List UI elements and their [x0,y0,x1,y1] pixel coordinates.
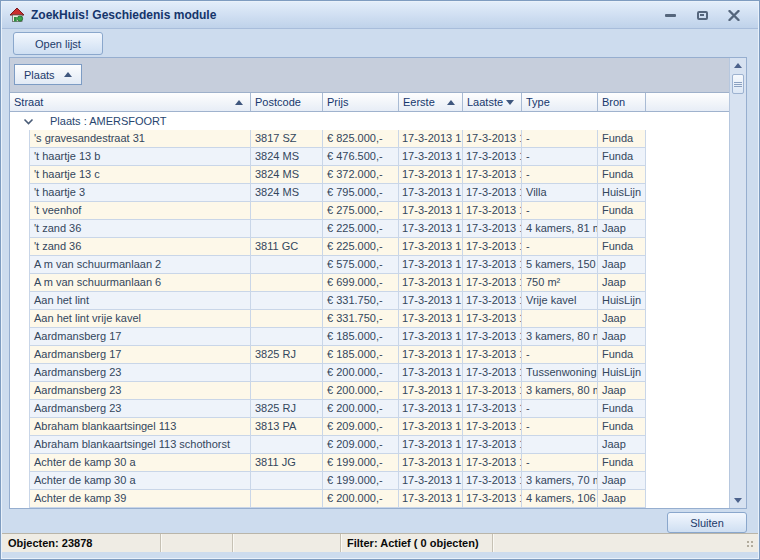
statusbar: Objecten: 23878 Filter: Actief ( 0 objec… [2,533,758,552]
table-row[interactable]: Aardmansberg 23€ 200.000,-17-3-2013 117-… [10,382,729,400]
minimize-button[interactable] [660,7,680,23]
table-row[interactable]: Aan het lint vrije kavel€ 331.750,-17-3-… [10,310,729,328]
cell-prijs: € 825.000,- [323,130,399,148]
maximize-button[interactable] [692,7,712,23]
cell-laatste: 17-3-2013 1 [463,472,522,490]
cell-type: - [522,238,598,256]
minimize-icon [665,14,676,17]
cell-straat: 't zand 36 [30,238,251,256]
column-header-postcode[interactable]: Postcode [251,93,323,111]
table-row[interactable]: 't haartje 13 c3824 MS€ 372.000,-17-3-20… [10,166,729,184]
status-filter: Filter: Actief ( 0 objecten) [341,534,493,552]
table-row[interactable]: Achter de kamp 30 a€ 199.000,-17-3-2013 … [10,472,729,490]
column-header-type[interactable]: Type [522,93,598,111]
column-header-filler [646,93,729,111]
cell-eerste: 17-3-2013 1 [399,490,463,508]
cell-type: Villa [522,184,598,202]
table-row[interactable]: Aardmansberg 173825 RJ€ 185.000,-17-3-20… [10,346,729,364]
cell-eerste: 17-3-2013 1 [399,328,463,346]
column-label: Type [526,96,550,108]
cell-postcode [251,436,323,454]
row-indent [10,382,30,400]
collapse-chevron-icon[interactable] [23,118,34,125]
table-row[interactable]: 't haartje 33824 MS€ 795.000,-17-3-2013 … [10,184,729,202]
cell-prijs: € 225.000,- [323,220,399,238]
resize-grip[interactable] [747,541,755,549]
table-body: Plaats : AMERSFOORT 's gravesandestraat … [10,112,729,508]
table-row[interactable]: Achter de kamp 30 a3811 JG€ 199.000,-17-… [10,454,729,472]
table-row[interactable]: Aardmansberg 233825 RJ€ 200.000,-17-3-20… [10,400,729,418]
table-row[interactable]: Aardmansberg 23€ 200.000,-17-3-2013 117-… [10,364,729,382]
column-header-laatste[interactable]: Laatste [463,93,522,111]
cell-eerste: 17-3-2013 1 [399,400,463,418]
table-row[interactable]: Aan het lint€ 331.750,-17-3-2013 117-3-2… [10,292,729,310]
cell-type: Tussenwoning [522,364,598,382]
cell-straat: 't haartje 3 [30,184,251,202]
column-header-eerste[interactable]: Eerste [399,93,463,111]
column-header-prijs[interactable]: Prijs [323,93,399,111]
table-row[interactable]: Abraham blankaartsingel 113 schothorst€ … [10,436,729,454]
cell-eerste: 17-3-2013 1 [399,382,463,400]
scroll-up-button[interactable] [730,58,746,73]
close-button[interactable] [724,7,744,23]
cell-straat: Abraham blankaartsingel 113 [30,418,251,436]
scroll-down-button[interactable] [730,493,746,508]
table-header: Straat Postcode Prijs Eerste Laatste Typ… [10,93,729,112]
cell-straat: 's gravesandestraat 31 [30,130,251,148]
vertical-scrollbar[interactable] [729,58,746,508]
cell-laatste: 17-3-2013 1 [463,364,522,382]
group-field-chip-plaats[interactable]: Plaats [14,64,82,85]
row-filler [646,148,729,166]
column-header-bron[interactable]: Bron [598,93,646,111]
cell-laatste: 17-3-2013 1 [463,310,522,328]
cell-eerste: 17-3-2013 1 [399,238,463,256]
scrollbar-thumb[interactable] [732,74,744,94]
group-field-label: Plaats [24,69,55,81]
cell-laatste: 17-3-2013 1 [463,148,522,166]
cell-prijs: € 275.000,- [323,202,399,220]
window-title: ZoekHuis! Geschiedenis module [31,8,216,22]
cell-laatste: 17-3-2013 1 [463,238,522,256]
cell-prijs: € 200.000,- [323,400,399,418]
open-list-button[interactable]: Open lijst [13,32,103,55]
row-filler [646,400,729,418]
cell-postcode [251,382,323,400]
row-filler [646,346,729,364]
table-row[interactable]: A m van schuurmanlaan 2€ 575.000,-17-3-2… [10,256,729,274]
cell-type: 3 kamers, 80 m [522,382,598,400]
cell-laatste: 17-3-2013 1 [463,220,522,238]
sort-asc-icon [64,72,72,77]
cell-laatste: 17-3-2013 1 [463,166,522,184]
titlebar[interactable]: ZoekHuis! Geschiedenis module [2,2,758,29]
cell-straat: A m van schuurmanlaan 6 [30,274,251,292]
row-filler [646,220,729,238]
row-filler [646,436,729,454]
cell-laatste: 17-3-2013 1 [463,400,522,418]
row-indent [10,148,30,166]
group-row-amersfoort[interactable]: Plaats : AMERSFOORT [10,112,729,130]
table-row[interactable]: 't veenhof€ 275.000,-17-3-2013 117-3-201… [10,202,729,220]
sluiten-button[interactable]: Sluiten [667,512,747,533]
cell-eerste: 17-3-2013 1 [399,274,463,292]
table-row[interactable]: 't zand 36€ 225.000,-17-3-2013 117-3-201… [10,220,729,238]
table-row[interactable]: A m van schuurmanlaan 6€ 699.000,-17-3-2… [10,274,729,292]
cell-prijs: € 372.000,- [323,166,399,184]
cell-prijs: € 795.000,- [323,184,399,202]
cell-straat: 't zand 36 [30,220,251,238]
table-row[interactable]: 't zand 363811 GC€ 225.000,-17-3-2013 11… [10,238,729,256]
column-header-straat[interactable]: Straat [10,93,251,111]
cell-straat: Aardmansberg 17 [30,328,251,346]
row-indent [10,274,30,292]
row-filler [646,310,729,328]
table-row[interactable]: Aardmansberg 17€ 185.000,-17-3-2013 117-… [10,328,729,346]
table-row[interactable]: 't haartje 13 b3824 MS€ 476.500,-17-3-20… [10,148,729,166]
cell-type [522,310,598,328]
table-row[interactable]: Abraham blankaartsingel 1133813 PA€ 209.… [10,418,729,436]
table-row[interactable]: 's gravesandestraat 313817 SZ€ 825.000,-… [10,130,729,148]
cell-straat: Achter de kamp 30 a [30,472,251,490]
cell-laatste: 17-3-2013 1 [463,490,522,508]
table-row[interactable]: Achter de kamp 39€ 200.000,-17-3-2013 11… [10,490,729,508]
sort-asc-icon [447,100,455,105]
cell-bron: Jaap [598,382,646,400]
group-row-label: Plaats : AMERSFOORT [50,115,167,127]
